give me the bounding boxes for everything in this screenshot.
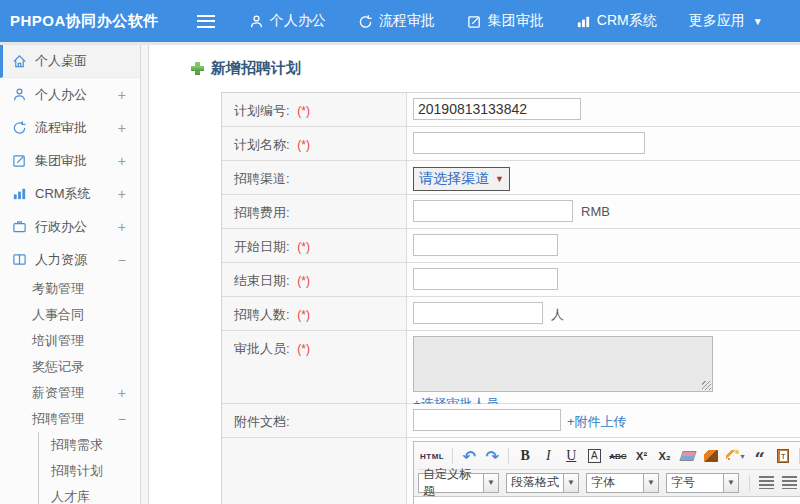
- editor-toolbar-row2: 自定义标题 ▼ 段落格式 ▼ 字体 ▼: [418, 469, 800, 495]
- sidebar-subitem-label: 考勤管理: [32, 280, 84, 298]
- paragraph-format-combo[interactable]: 段落格式 ▼: [506, 473, 579, 493]
- sidebar-item-admin-office[interactable]: 行政办公 +: [0, 210, 140, 243]
- sidebar-subitem-label: 人事合同: [32, 306, 84, 324]
- sidebar-subitem-label: 招聘需求: [51, 436, 103, 454]
- sidebar-item-hr[interactable]: 人力资源 −: [0, 243, 140, 276]
- paste-icon[interactable]: [773, 446, 793, 466]
- subscript-button[interactable]: X₂: [655, 446, 675, 466]
- sidebar-item-crm[interactable]: CRM系统 +: [0, 177, 140, 210]
- custom-title-combo[interactable]: 自定义标题 ▼: [418, 473, 499, 493]
- sidebar-subitem-recruitment[interactable]: 招聘管理 −: [0, 406, 140, 432]
- sidebar-item-label: 个人桌面: [35, 52, 87, 70]
- form-row-content-editor: HTML ↶ ↷ B I U A ABC X²: [222, 438, 800, 504]
- sidebar-item-group-approval[interactable]: 集团审批 +: [0, 144, 140, 177]
- nav-item-group-approval[interactable]: 集团审批: [467, 12, 544, 30]
- undo-icon[interactable]: ↶: [459, 446, 479, 466]
- start-date-input[interactable]: [413, 234, 558, 256]
- approvers-textarea[interactable]: [413, 336, 713, 392]
- sidebar-item-personal-office[interactable]: 个人办公 +: [0, 78, 140, 111]
- form-row-end-date: 结束日期: (*): [222, 263, 800, 297]
- superscript-button[interactable]: X²: [632, 446, 652, 466]
- sidebar-subitem-training[interactable]: 培训管理: [0, 328, 140, 354]
- italic-button[interactable]: I: [538, 446, 558, 466]
- sidebar-item-desktop[interactable]: 个人桌面: [0, 45, 140, 78]
- resize-handle[interactable]: [702, 381, 711, 390]
- sidebar-item-label: 流程审批: [35, 119, 87, 137]
- sidebar-subitem-recruit-plan[interactable]: 招聘计划: [39, 458, 140, 484]
- form-row-attachment: 附件文档: +附件上传: [222, 404, 800, 438]
- sidebar-subitem-salary[interactable]: 薪资管理 +: [0, 380, 140, 406]
- required-mark: (*): [297, 342, 310, 356]
- chevron-down-icon: ▼: [753, 16, 763, 27]
- plan-number-input[interactable]: [413, 98, 581, 120]
- sidebar-subitem-rewards[interactable]: 奖惩记录: [0, 354, 140, 380]
- collapse-minus-icon[interactable]: −: [118, 411, 126, 427]
- expand-plus-icon[interactable]: +: [118, 153, 126, 169]
- recruitment-children: 招聘需求 招聘计划 人才库: [38, 432, 140, 504]
- process-icon: [12, 120, 27, 135]
- sidebar-scrollbar[interactable]: [140, 45, 149, 504]
- top-navigation: 个人办公 流程审批 集团审批 CRM系统 更多应用 ▼: [249, 12, 763, 30]
- align-center-icon[interactable]: [779, 473, 799, 493]
- attachment-upload-link[interactable]: +附件上传: [567, 413, 627, 431]
- sidebar-item-label: 人力资源: [35, 251, 87, 269]
- combo-caret-icon[interactable]: ▼: [484, 473, 499, 493]
- field-label: 计划名称: (*): [222, 127, 407, 160]
- font-family-combo[interactable]: 字体 ▼: [586, 473, 659, 493]
- strikethrough-button[interactable]: ABC: [607, 446, 628, 466]
- form-row-cost: 招聘费用: RMB: [222, 195, 800, 229]
- expand-plus-icon[interactable]: +: [118, 120, 126, 136]
- expand-plus-icon[interactable]: +: [118, 186, 126, 202]
- required-mark: (*): [297, 104, 310, 118]
- sidebar-item-label: 行政办公: [35, 218, 87, 236]
- field-label: 计划编号: (*): [222, 93, 407, 126]
- combo-caret-icon[interactable]: ▼: [564, 473, 579, 493]
- align-left-icon[interactable]: [756, 473, 776, 493]
- sidebar-subitem-attendance[interactable]: 考勤管理: [0, 276, 140, 302]
- font-size-combo[interactable]: 字号 ▼: [666, 473, 739, 493]
- page-title: 新增招聘计划: [191, 59, 800, 78]
- plan-name-input[interactable]: [413, 132, 645, 154]
- eraser-icon[interactable]: [678, 446, 698, 466]
- channel-select[interactable]: 请选择渠道 ▼: [413, 167, 510, 191]
- bar-chart-icon: [576, 14, 591, 29]
- channel-select-value: 请选择渠道: [419, 170, 489, 188]
- end-date-input[interactable]: [413, 268, 558, 290]
- form-row-channel: 招聘渠道: 请选择渠道 ▼: [222, 161, 800, 195]
- expand-plus-icon[interactable]: +: [118, 87, 126, 103]
- nav-item-more-apps[interactable]: 更多应用 ▼: [689, 12, 763, 30]
- field-label: 结束日期: (*): [222, 263, 407, 296]
- nav-item-crm[interactable]: CRM系统: [576, 12, 657, 30]
- expand-plus-icon[interactable]: +: [118, 385, 126, 401]
- sidebar-item-process-approval[interactable]: 流程审批 +: [0, 111, 140, 144]
- nav-item-personal-office[interactable]: 个人办公: [249, 12, 326, 30]
- combo-caret-icon[interactable]: ▼: [724, 473, 739, 493]
- required-mark: (*): [297, 240, 310, 254]
- font-style-box-button[interactable]: A: [584, 446, 604, 466]
- combo-caret-icon[interactable]: ▼: [644, 473, 659, 493]
- redo-icon[interactable]: ↷: [482, 446, 502, 466]
- sidebar-subitem-talent-pool[interactable]: 人才库: [39, 484, 140, 504]
- sidebar-subitem-recruit-demand[interactable]: 招聘需求: [39, 432, 140, 458]
- underline-button[interactable]: U: [561, 446, 581, 466]
- sidebar-subitem-hr-contract[interactable]: 人事合同: [0, 302, 140, 328]
- hamburger-menu-icon[interactable]: [197, 15, 215, 28]
- collapse-minus-icon[interactable]: −: [118, 252, 126, 268]
- nav-label: 个人办公: [270, 12, 326, 30]
- expand-plus-icon[interactable]: +: [118, 219, 126, 235]
- headcount-input[interactable]: [413, 302, 543, 324]
- cost-input[interactable]: [413, 200, 573, 222]
- blockquote-button[interactable]: “: [750, 446, 770, 466]
- auto-typeset-icon[interactable]: ▾: [724, 446, 747, 466]
- green-plus-icon: [191, 62, 204, 75]
- field-label: 审批人员: (*): [222, 331, 407, 403]
- bold-button[interactable]: B: [515, 446, 535, 466]
- nav-label: 更多应用: [689, 12, 745, 30]
- nav-item-process-approval[interactable]: 流程审批: [358, 12, 435, 30]
- format-brush-icon[interactable]: [701, 446, 721, 466]
- user-icon: [249, 14, 264, 29]
- attachment-input[interactable]: [413, 409, 561, 431]
- required-mark: (*): [297, 138, 310, 152]
- html-source-button[interactable]: HTML: [418, 446, 446, 466]
- home-icon: [12, 54, 27, 69]
